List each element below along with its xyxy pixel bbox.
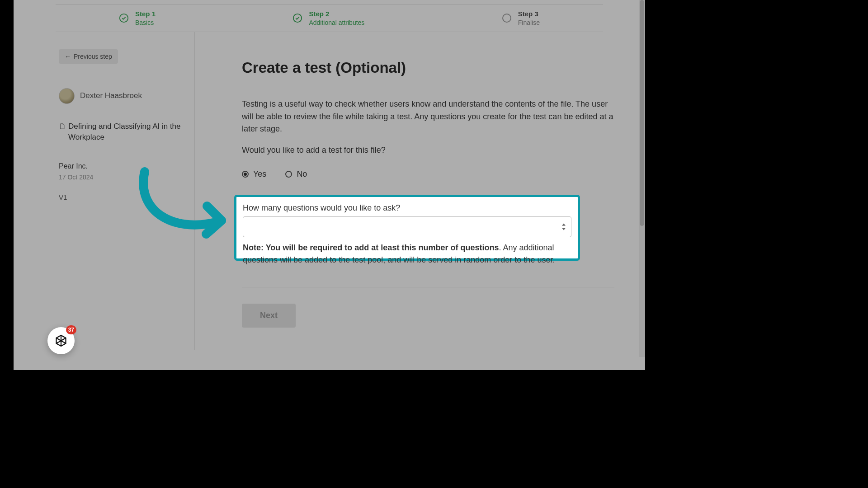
sidebar: ← Previous step Dexter Haasbroek Definin… — [14, 32, 195, 351]
step-subtitle: Additional attributes — [309, 19, 364, 27]
document-title-row: Defining and Classifying AI in the Workp… — [59, 121, 181, 143]
question-count-label: How many questions would you like to ask… — [243, 203, 571, 213]
author-row: Dexter Haasbroek — [59, 88, 181, 104]
step-3[interactable]: Step 3 Finalise — [502, 9, 540, 27]
prompt-text: Would you like to add a test for this fi… — [242, 145, 614, 155]
company-name: Pear Inc. — [59, 162, 181, 170]
previous-step-button[interactable]: ← Previous step — [59, 49, 118, 64]
document-icon — [59, 121, 66, 134]
svg-point-0 — [120, 14, 128, 22]
radio-no[interactable]: No — [285, 169, 307, 179]
step-1[interactable]: Step 1 Basics — [119, 9, 156, 27]
help-widget-button[interactable]: 37 — [47, 327, 75, 354]
divider — [242, 287, 614, 287]
widget-logo-icon — [54, 334, 68, 347]
check-circle-icon — [292, 13, 302, 23]
radio-yes-label: Yes — [253, 169, 266, 179]
check-circle-icon — [119, 13, 129, 23]
number-stepper — [561, 222, 567, 231]
arrow-left-icon: ← — [65, 53, 71, 60]
intro-paragraph: Testing is a useful way to check whether… — [242, 98, 614, 136]
author-name: Dexter Haasbroek — [80, 91, 142, 100]
radio-group: Yes No — [242, 169, 614, 179]
note-text: Note: You will be required to add at lea… — [243, 242, 571, 266]
radio-icon — [285, 171, 292, 178]
circle-icon — [502, 13, 512, 23]
step-up-icon[interactable] — [561, 222, 567, 227]
highlight-callout: How many questions would you like to ask… — [234, 195, 580, 261]
page-container: Step 1 Basics Step 2 Additional attribut… — [14, 0, 645, 370]
step-title: Step 1 — [135, 9, 156, 19]
step-2[interactable]: Step 2 Additional attributes — [292, 9, 364, 27]
question-count-input[interactable] — [243, 216, 571, 237]
radio-icon — [242, 171, 249, 178]
previous-step-label: Previous step — [74, 53, 112, 60]
radio-no-label: No — [297, 169, 307, 179]
step-down-icon[interactable] — [561, 227, 567, 231]
svg-point-1 — [293, 14, 302, 22]
main-content: Create a test (Optional) Testing is a us… — [195, 32, 645, 351]
step-subtitle: Basics — [135, 19, 156, 27]
page-title: Create a test (Optional) — [242, 59, 614, 76]
next-button[interactable]: Next — [242, 304, 296, 328]
step-title: Step 2 — [309, 9, 364, 19]
stepper: Step 1 Basics Step 2 Additional attribut… — [56, 4, 603, 32]
document-title: Defining and Classifying AI in the Workp… — [68, 121, 181, 143]
avatar — [59, 88, 75, 104]
step-subtitle: Finalise — [518, 19, 540, 27]
note-bold: Note: You will be required to add at lea… — [243, 243, 499, 252]
scrollbar-track[interactable] — [639, 0, 645, 357]
notification-badge: 37 — [66, 325, 76, 334]
document-version: V1 — [59, 193, 181, 201]
step-title: Step 3 — [518, 9, 540, 19]
radio-yes[interactable]: Yes — [242, 169, 266, 179]
document-date: 17 Oct 2024 — [59, 174, 181, 181]
scrollbar-thumb[interactable] — [640, 0, 644, 226]
